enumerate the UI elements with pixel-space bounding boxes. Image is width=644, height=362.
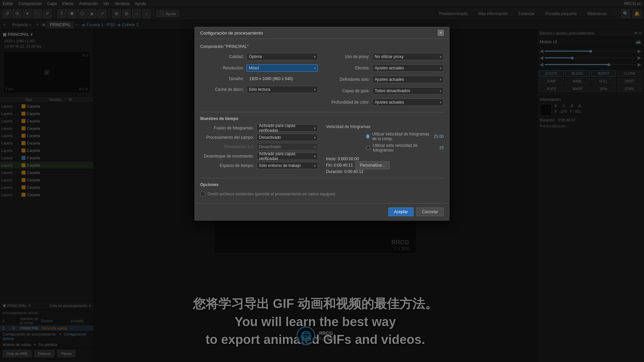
definidores-arrow: ▾ [440,78,441,81]
dialog-body: Composición "PRINCIPAL" Calidad: Óptima … [195,39,449,203]
resolution-row: Resolución: Mitad ▾ [200,64,318,72]
fusion-row: Fusión de fotogramas: Activado para capa… [200,124,318,132]
cache-row: Caché de disco: Sólo lectura ▾ [200,86,318,93]
quality-row: Calidad: Óptima ▾ [200,53,318,60]
capas-row: Capas de guía: Todos desactivados ▾ [326,87,444,95]
cache-value: Sólo lectura [249,87,270,92]
fps-radio-2-value[interactable]: 25 [439,145,444,150]
dialog-left-col: Calidad: Óptima ▾ Resolución: Mitad ▾ [200,53,318,108]
fusion-dropdown[interactable]: Activado para capas verificadas ▾ [257,124,318,132]
fps-radio-2-label: Utilizar esta velocidad de fotogramas: [373,143,437,153]
effects-label: Efectos: [326,66,370,70]
quality-value: Óptima [249,54,262,59]
dialog-footer: Aceptar Cancelar [195,203,449,220]
proxy-label: Uso de proxy: [326,54,370,59]
desenfoque-value: Activado para capas verificadas [259,152,314,161]
resolution-dropdown[interactable]: Mitad ▾ [247,64,318,72]
checkbox-label: Omitir archivos existentes (permite el p… [208,192,335,196]
dialog-title: Configuración de procesamiento [200,31,263,36]
quality-arrow: ▾ [314,55,316,59]
espacio-dropdown[interactable]: Sólo entorno de trabajo ▾ [257,162,318,169]
procesamiento-label: Procesamiento del campo: [200,135,254,140]
fusion-value: Activado para capas verificadas [259,123,314,133]
cache-arrow: ▾ [314,88,316,92]
procesamiento-value: Desactivado [259,135,281,140]
fps-section-title: Velocidad de fotogramas [326,124,444,129]
capas-arrow: ▾ [440,89,441,93]
definidores-value: Ajustes actuales [375,77,404,82]
effects-row: Efectos: Ajustes actuales ▾ [326,64,444,72]
cache-dropdown[interactable]: Sólo lectura ▾ [247,86,318,93]
cancelar-button[interactable]: Cancelar [416,207,444,216]
definidores-row: Definidores solo: Ajustes actuales ▾ [326,76,444,83]
desenfoque-dropdown[interactable]: Activado para capas verificadas ▾ [257,153,318,160]
procesamiento-dropdown[interactable]: Desactivado ▾ [257,134,318,141]
procesamiento-row: Procesamiento del campo: Desactivado ▾ [200,134,318,141]
muestreo-left: Fusión de fotogramas: Activado para capa… [200,124,318,174]
disminucion-arrow: ▾ [314,145,316,149]
resolution-arrow: ▾ [314,66,316,70]
dialog-divider-2 [200,178,444,178]
omitir-checkbox[interactable] [200,192,205,196]
effects-arrow: ▾ [440,66,441,70]
profundidad-arrow: ▾ [440,101,441,104]
dialog-close-button[interactable]: ✕ [438,30,444,36]
effects-dropdown[interactable]: Ajustes actuales ▾ [372,64,444,72]
comp-section-title: Composición "PRINCIPAL" [200,44,444,49]
time-fin-row: Fin: 0:00:40:11 Personalizar... [326,161,444,169]
fps-radio-1[interactable] [366,134,369,138]
espacio-arrow: ▾ [314,164,316,168]
profundidad-row: Profundidad de color: Ajustes actuales ▾ [326,99,444,106]
dialog-right-col: Uso de proxy: No utilizar proxy ▾ Efecto… [326,53,444,108]
opciones-section-header: Opciones [200,182,444,187]
desenfoque-arrow: ▾ [314,155,316,158]
procesamiento-arrow: ▾ [314,136,316,139]
disminucion-value: Desactivado [259,144,281,149]
proxy-arrow: ▾ [440,55,441,59]
profundidad-label: Profundidad de color: [326,100,370,105]
time-inicio: Inicio: 0:000:00:00 [326,157,359,161]
fusion-label: Fusión de fotogramas: [200,126,254,130]
time-duracion: Duración: 0:00:40:12 [326,169,363,174]
fps-radio-row-2: Utilizar esta velocidad de fotogramas: 2… [366,143,444,153]
fps-radio-1-label: Utilizar velocidad de fotogramas de la c… [372,132,431,141]
time-section: Inicio: 0:000:00:00 Fin: 0:00:40:11 Pers… [326,157,444,174]
time-duracion-row: Duración: 0:00:40:12 [326,169,444,174]
proxy-row: Uso de proxy: No utilizar proxy ▾ [326,53,444,60]
processing-config-dialog: Configuración de procesamiento ✕ Composi… [195,27,449,221]
desenfoque-row: Desenfoque de movimiento: Activado para … [200,153,318,160]
definidores-dropdown[interactable]: Ajustes actuales ▾ [372,76,444,83]
dialog-overlay: Configuración de procesamiento ✕ Composi… [0,0,644,362]
disminucion-label: Disminución 3:2: [200,144,254,149]
fps-radio-2[interactable] [366,146,370,150]
aceptar-button[interactable]: Aceptar [388,207,414,216]
size-value: 644 x 362 (960 x 540) [247,76,296,82]
fps-radio-1-value: 25.00 [434,134,444,139]
capas-dropdown[interactable]: Todos desactivados ▾ [372,87,444,95]
capas-value: Todos desactivados [375,88,410,93]
disminucion-row: Disminución 3:2: Desactivado ▾ [200,143,318,150]
espacio-value: Sólo entorno de trabajo [259,163,301,168]
fusion-arrow: ▾ [314,126,316,130]
quality-dropdown[interactable]: Óptima ▾ [247,53,318,60]
resolution-value: Mitad [249,66,259,70]
fps-radio-row-1: Utilizar velocidad de fotogramas de la c… [366,132,444,141]
checkbox-row: Omitir archivos existentes (permite el p… [200,190,444,198]
profundidad-dropdown[interactable]: Ajustes actuales ▾ [372,99,444,106]
time-fin: Fin: 0:00:40:11 [326,163,353,168]
proxy-dropdown[interactable]: No utilizar proxy ▾ [372,53,444,60]
profundidad-value: Ajustes actuales [375,100,404,105]
disminucion-dropdown: Desactivado ▾ [257,143,318,150]
espacio-row: Espacio de tiempo: Sólo entorno de traba… [200,162,318,169]
dialog-divider-1 [200,112,444,112]
time-inicio-row: Inicio: 0:000:00:00 [326,157,444,161]
dialog-two-columns: Calidad: Óptima ▾ Resolución: Mitad ▾ [200,53,444,108]
size-label: Tamaño: [200,76,244,81]
size-row: Tamaño: 644 x 362 (960 x 540) [200,76,318,82]
muestreo-right: Velocidad de fotogramas Utilizar velocid… [326,124,444,174]
capas-label: Capas de guía: [326,88,370,93]
desenfoque-label: Desenfoque de movimiento: [200,154,254,159]
customize-button[interactable]: Personalizar... [356,161,390,169]
muestreo-two-columns: Fusión de fotogramas: Activado para capa… [200,124,444,174]
proxy-value: No utilizar proxy [375,54,404,59]
